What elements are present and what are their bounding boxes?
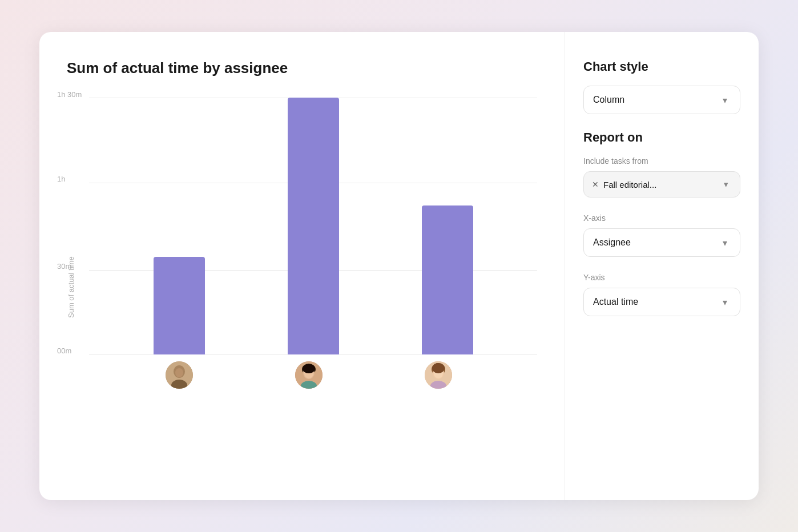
report-on-section: Report on Include tasks from ✕ Fall edit… [583,130,740,198]
chevron-down-icon-filter: ▾ [720,179,732,190]
chevron-down-icon-y: ▾ [719,296,731,308]
chart-style-value: Column [593,95,624,105]
svg-point-15 [432,363,445,373]
chart-title: Sum of actual time by assignee [67,59,537,77]
grid-label-30m: 30m [57,262,71,271]
svg-point-9 [303,364,315,373]
x-axis-dropdown[interactable]: Assignee ▾ [583,228,740,257]
svg-point-3 [175,368,183,377]
x-axis-label: X-axis [583,213,740,223]
chevron-down-icon: ▾ [719,94,731,106]
x-axis-labels [80,354,537,389]
x-axis-value: Assignee [593,237,631,248]
avatar-2 [295,361,323,389]
y-axis-label: Y-axis [583,273,740,282]
chart-panel: Sum of actual time by assignee Sum of ac… [39,32,565,500]
include-tasks-dropdown[interactable]: ✕ Fall editorial... ▾ [583,171,740,198]
y-axis-label-container: Sum of actual time [67,98,75,477]
chart-style-title: Chart style [583,59,740,74]
bar-1 [154,257,205,354]
x-axis-section: X-axis Assignee ▾ [583,213,740,257]
avatar-1 [166,361,193,389]
bar-column-1 [154,257,205,354]
selected-filter-text: Fall editorial... [603,180,716,190]
chart-style-section: Chart style Column ▾ [583,59,740,114]
bar-2 [288,98,339,354]
chart-style-dropdown[interactable]: Column ▾ [583,86,740,114]
grid-label-1h30m: 1h 30m [57,90,82,98]
bars-container [89,98,537,354]
close-icon[interactable]: ✕ [592,180,599,189]
grid-label-00m: 00m [57,346,71,354]
y-axis-section: Y-axis Actual time ▾ [583,273,740,316]
main-card: Sum of actual time by assignee Sum of ac… [39,32,759,500]
report-on-title: Report on [583,130,740,145]
chevron-down-icon-x: ▾ [719,237,731,248]
grid-label-1h: 1h [57,175,65,183]
chart-area: Sum of actual time 1h 30m 1h 30m [67,98,537,477]
avatar-3 [425,361,452,389]
bar-3 [422,205,473,354]
bar-column-2 [288,98,339,354]
bar-column-3 [422,205,473,354]
controls-panel: Chart style Column ▾ Report on Include t… [565,32,759,500]
y-axis-dropdown[interactable]: Actual time ▾ [583,288,740,316]
include-tasks-label: Include tasks from [583,156,740,166]
y-axis-value: Actual time [593,297,638,307]
chart-main: 1h 30m 1h 30m 00m [80,98,537,477]
chart-grid-area: 1h 30m 1h 30m 00m [89,98,537,354]
